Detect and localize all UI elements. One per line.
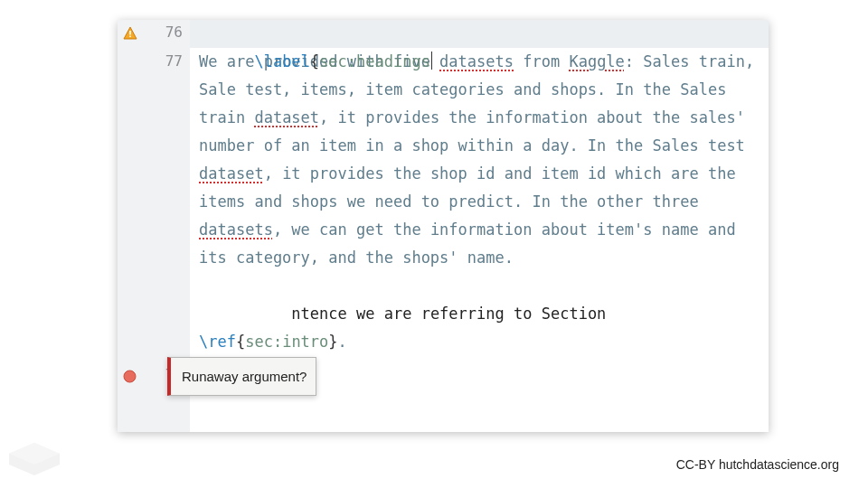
code-line-79-partial-b[interactable]: \ref{sec:intro}. xyxy=(190,328,769,356)
spellcheck-word: dataset xyxy=(199,164,264,183)
code-line-79-partial-a[interactable]: In this sentence we are referring to Sec… xyxy=(190,300,769,328)
corner-logo-icon xyxy=(9,434,60,481)
latex-command: \label xyxy=(254,52,309,70)
tooltip-text: Runaway argument? xyxy=(182,369,307,384)
spellcheck-word: Kaggle xyxy=(569,52,624,70)
error-tooltip[interactable]: Runaway argument? xyxy=(167,357,316,396)
code-line-77[interactable]: We are provided with five datasets from … xyxy=(190,48,769,272)
spellcheck-word: datasets xyxy=(199,221,273,239)
label-identifier: sec:headings xyxy=(319,52,430,70)
line-number[interactable]: 77 xyxy=(156,52,183,70)
brace-open: { xyxy=(236,333,245,351)
brace-close: } xyxy=(328,333,337,351)
svg-point-3 xyxy=(124,371,136,382)
brace-open: { xyxy=(310,52,319,70)
spellcheck-word: datasets xyxy=(439,52,514,70)
latex-command: \ref xyxy=(199,333,236,351)
text-segment: , it provides the shop id and item id wh… xyxy=(199,164,736,211)
line-number[interactable]: 76 xyxy=(156,23,183,41)
warning-triangle-icon[interactable] xyxy=(123,26,137,41)
text-segment: , we can get the information about item'… xyxy=(199,221,736,267)
code-area[interactable]: \label{sec:headings We are provided with… xyxy=(190,20,769,432)
text-segment: ntence we are referring to Section xyxy=(291,305,606,323)
spellcheck-word: dataset xyxy=(254,108,319,127)
text-segment: . xyxy=(338,333,347,351)
error-dot-icon[interactable] xyxy=(123,370,137,384)
editor-panel: 76 77 78 \label{sec:headings We are prov… xyxy=(118,20,769,432)
svg-rect-1 xyxy=(129,31,131,35)
attribution-text: CC-BY hutchdatascience.org xyxy=(676,457,839,472)
svg-rect-2 xyxy=(129,36,131,38)
text-segment: from xyxy=(514,52,569,70)
code-line-78[interactable] xyxy=(190,272,769,300)
code-line-76[interactable]: \label{sec:headings xyxy=(190,20,769,48)
ref-identifier: sec:intro xyxy=(245,333,328,351)
text-cursor xyxy=(431,52,432,70)
